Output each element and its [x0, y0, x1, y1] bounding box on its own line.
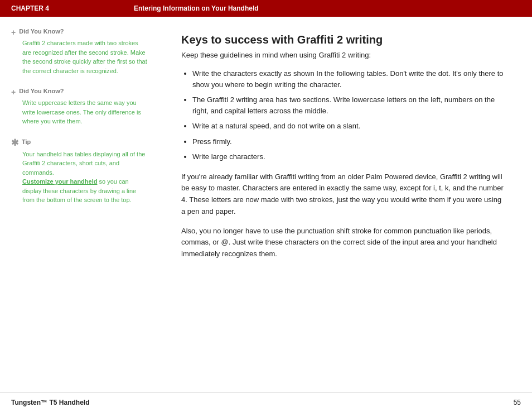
header-chapter-label: CHAPTER 4 — [11, 4, 134, 12]
bullet-item-1: The Graffiti 2 writing area has two sect… — [192, 94, 504, 116]
header-chapter-title: Entering Information on Your Handheld — [134, 4, 259, 12]
bullet-item-0: Write the characters exactly as shown In… — [192, 68, 504, 90]
header-bar: CHAPTER 4 Entering Information on Your H… — [0, 0, 532, 17]
content-heading: Keys to success with Graffiti 2 writing — [181, 33, 504, 46]
content-intro: Keep these guidelines in mind when using… — [181, 51, 504, 59]
sidebar-icon-row-1: + Did You Know? — [11, 28, 148, 36]
sidebar-label-2: Did You Know? — [19, 88, 64, 94]
footer-page-number: 55 — [514, 399, 521, 406]
sidebar-label-tip: Tip — [22, 138, 31, 145]
footer-brand: Tungsten™ T5 Handheld — [11, 399, 89, 406]
content-para-1: If you're already familiar with Graffiti… — [181, 171, 504, 218]
sidebar-section-tip: ✱ Tip Your handheld has tables displayin… — [11, 138, 148, 205]
sidebar-section-did-you-know-1: + Did You Know? Graffiti 2 characters ma… — [11, 28, 148, 75]
footer-suffix: Handheld — [59, 399, 90, 406]
plus-icon-1: + — [11, 28, 16, 36]
bullet-item-4: Write large characters. — [192, 151, 504, 162]
sidebar-text-tip: Your handheld has tables displaying all … — [22, 150, 148, 205]
content-para-2: Also, you no longer have to use the punc… — [181, 226, 504, 260]
bullet-list: Write the characters exactly as shown In… — [181, 68, 504, 162]
bullet-item-2: Write at a natural speed, and do not wri… — [192, 121, 504, 132]
main-layout: + Did You Know? Graffiti 2 characters ma… — [0, 17, 532, 392]
footer-trademark: ™ — [41, 399, 47, 406]
plus-icon-2: + — [11, 88, 16, 96]
sidebar-section-did-you-know-2: + Did You Know? Write uppercase letters … — [11, 88, 148, 126]
customize-handheld-link[interactable]: Customize your handheld — [22, 178, 97, 185]
sidebar-icon-row-2: + Did You Know? — [11, 88, 148, 96]
sidebar-icon-row-tip: ✱ Tip — [11, 138, 148, 147]
content-area: Keys to success with Graffiti 2 writing … — [159, 17, 532, 392]
star-icon: ✱ — [11, 138, 18, 147]
footer-brand-name: Tungsten — [11, 399, 41, 406]
footer-model: T5 — [49, 399, 57, 406]
sidebar-label-1: Did You Know? — [19, 28, 64, 35]
sidebar-text-1: Graffiti 2 characters made with two stro… — [22, 39, 148, 75]
sidebar-tip-text-before: Your handheld has tables displaying all … — [22, 151, 145, 176]
sidebar: + Did You Know? Graffiti 2 characters ma… — [0, 17, 159, 392]
bullet-item-3: Press firmly. — [192, 136, 504, 147]
footer: Tungsten™ T5 Handheld 55 — [0, 392, 532, 412]
sidebar-text-2: Write uppercase letters the same way you… — [22, 98, 148, 126]
